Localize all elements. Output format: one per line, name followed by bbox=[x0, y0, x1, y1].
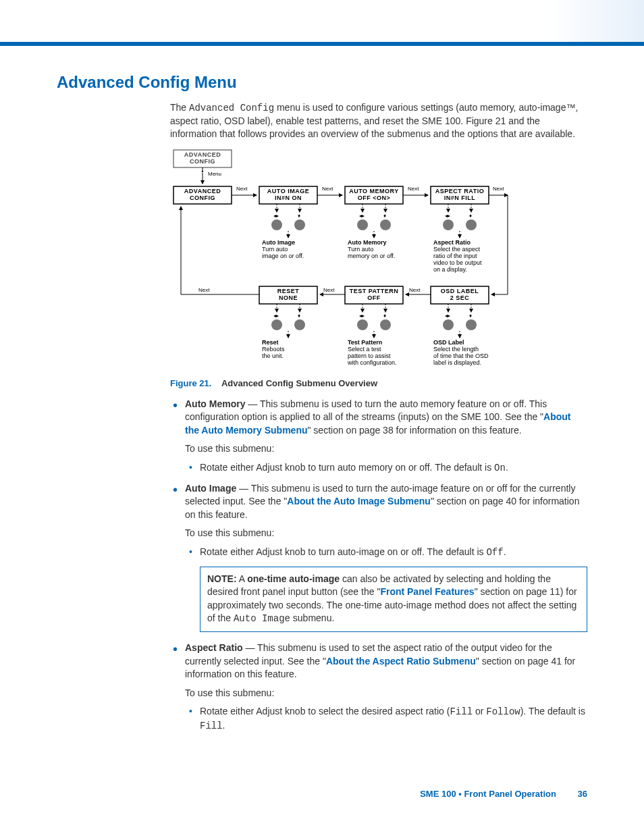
svg-text:of time that the OSD: of time that the OSD bbox=[433, 353, 489, 359]
root-l2: CONFIG bbox=[190, 158, 215, 165]
menu-label: Menu bbox=[208, 171, 221, 177]
svg-point-78 bbox=[271, 319, 282, 330]
page-content: Advanced Config Menu The Advanced Config… bbox=[0, 73, 644, 767]
svg-text:OFF: OFF bbox=[367, 294, 381, 301]
svg-text:ADVANCED: ADVANCED bbox=[184, 188, 221, 194]
svg-text:OSD Label: OSD Label bbox=[433, 339, 464, 346]
bullet-aspect-ratio: Aspect Ratio — This submenu is used to s… bbox=[185, 642, 587, 733]
svg-text:IN#N    ON: IN#N ON bbox=[275, 194, 302, 201]
svg-text:on a display.: on a display. bbox=[433, 266, 467, 273]
svg-text:IN#N    FILL: IN#N FILL bbox=[444, 194, 476, 201]
svg-text:◂▸: ◂▸ bbox=[445, 213, 450, 219]
svg-text:Next: Next bbox=[236, 186, 248, 192]
note-label: NOTE: bbox=[207, 573, 237, 584]
link-aspect-ratio-submenu[interactable]: About the Aspect Ratio Submenu bbox=[326, 656, 476, 667]
aspect-sub-bullet: Rotate either Adjust knob to select the … bbox=[200, 705, 587, 733]
svg-text:◂▸: ◂▸ bbox=[359, 313, 365, 319]
svg-point-39 bbox=[380, 219, 391, 230]
row1-knobs: ◂▸ ♦ Auto Image Turn auto image on or of… bbox=[262, 204, 482, 273]
svg-text:RESET: RESET bbox=[277, 288, 300, 294]
svg-point-38 bbox=[357, 219, 368, 230]
note-box: NOTE: A one-time auto-image can also be … bbox=[200, 567, 587, 632]
svg-point-99 bbox=[443, 319, 454, 330]
svg-text:with configuration.: with configuration. bbox=[347, 359, 397, 366]
svg-text:OFF   <ON>: OFF <ON> bbox=[358, 194, 391, 201]
section-heading: Advanced Config Menu bbox=[57, 73, 587, 92]
svg-text:image on or off.: image on or off. bbox=[262, 253, 304, 259]
svg-text:◂▸: ◂▸ bbox=[273, 313, 279, 319]
svg-text:Test Pattern: Test Pattern bbox=[348, 339, 382, 346]
svg-text:video to be output: video to be output bbox=[433, 259, 482, 266]
svg-text:Turn auto: Turn auto bbox=[262, 246, 288, 253]
svg-text:OSD  LABEL: OSD LABEL bbox=[441, 288, 479, 294]
footer-page-number: 36 bbox=[578, 789, 587, 799]
svg-text:Next: Next bbox=[323, 287, 335, 293]
autoimg-use: To use this submenu: bbox=[185, 527, 587, 540]
svg-text:ratio of the input: ratio of the input bbox=[433, 253, 477, 259]
svg-point-100 bbox=[466, 319, 477, 330]
svg-text:AUTO  MEMORY: AUTO MEMORY bbox=[349, 188, 399, 194]
svg-text:2 SEC: 2 SEC bbox=[450, 294, 470, 301]
svg-text:CONFIG: CONFIG bbox=[190, 194, 215, 201]
svg-text:the unit.: the unit. bbox=[262, 353, 284, 359]
bullet-auto-image: Auto Image — This submenu is used to tur… bbox=[185, 482, 587, 632]
svg-text:Next: Next bbox=[322, 186, 333, 192]
automem-sub-bullet: Rotate either Adjust knob to turn auto m… bbox=[200, 461, 587, 475]
svg-text:Auto Memory: Auto Memory bbox=[348, 239, 387, 246]
row1-boxes: ADVANCED CONFIG Next AUTO IMAGE IN#N ON … bbox=[173, 186, 508, 204]
svg-text:◂▸: ◂▸ bbox=[445, 313, 450, 319]
figure-caption: Figure 21. Advanced Config Submenu Overv… bbox=[170, 378, 587, 388]
row2-knobs: ◂▸ ♦ Reset Reboots the unit. ◂▸ ♦ Test P… bbox=[262, 304, 489, 366]
automem-use: To use this submenu: bbox=[185, 442, 587, 456]
intro-pre: The bbox=[170, 102, 189, 113]
figure-title: Advanced Config Submenu Overview bbox=[221, 378, 377, 388]
svg-text:Select a test: Select a test bbox=[348, 346, 381, 353]
svg-point-28 bbox=[271, 219, 282, 230]
svg-text:♦: ♦ bbox=[383, 313, 386, 319]
svg-text:Reset: Reset bbox=[262, 339, 279, 346]
root-l1: ADVANCED bbox=[184, 151, 221, 158]
svg-text:Reboots: Reboots bbox=[262, 346, 285, 353]
svg-text:Next: Next bbox=[408, 186, 419, 192]
autoimg-sub-bullet: Rotate either Adjust knob to turn auto-i… bbox=[200, 546, 587, 560]
link-front-panel-features[interactable]: Front Panel Features bbox=[380, 586, 474, 597]
top-accent-bar bbox=[0, 0, 644, 46]
svg-text:ASPECT  RATIO: ASPECT RATIO bbox=[435, 188, 484, 194]
svg-point-89 bbox=[380, 319, 391, 330]
svg-text:◂▸: ◂▸ bbox=[359, 213, 365, 219]
svg-text:♦: ♦ bbox=[469, 213, 472, 219]
svg-text:NONE: NONE bbox=[279, 294, 298, 301]
svg-text:♦: ♦ bbox=[298, 313, 300, 319]
svg-text:Next: Next bbox=[198, 287, 210, 293]
svg-text:♦: ♦ bbox=[383, 213, 386, 219]
svg-point-29 bbox=[294, 219, 305, 230]
svg-text:pattern to assist: pattern to assist bbox=[348, 353, 391, 359]
svg-text:◂▸: ◂▸ bbox=[273, 213, 279, 219]
link-auto-image-submenu[interactable]: About the Auto Image Submenu bbox=[287, 496, 431, 506]
svg-text:Next: Next bbox=[493, 186, 504, 192]
svg-text:TEST  PATTERN: TEST PATTERN bbox=[350, 288, 399, 294]
svg-point-2 bbox=[202, 170, 203, 172]
svg-text:♦: ♦ bbox=[469, 313, 472, 319]
figure-diagram: ADVANCED CONFIG Menu ADVANCED CONFIG Nex… bbox=[170, 149, 587, 371]
bullet-list: Auto Memory — This submenu is used to tu… bbox=[170, 398, 587, 733]
autoimg-lead: Auto Image bbox=[185, 483, 236, 494]
svg-text:label is displayed.: label is displayed. bbox=[433, 359, 481, 366]
aspect-use: To use this submenu: bbox=[185, 687, 587, 700]
automem-lead: Auto Memory bbox=[185, 398, 245, 409]
aspect-lead: Aspect Ratio bbox=[185, 642, 243, 653]
svg-text:♦: ♦ bbox=[298, 213, 300, 219]
svg-point-79 bbox=[294, 319, 305, 330]
figure-number: Figure 21. bbox=[170, 378, 211, 388]
svg-text:Select the aspect: Select the aspect bbox=[433, 246, 481, 253]
page-footer: SME 100 • Front Panel Operation 36 bbox=[0, 767, 644, 826]
svg-text:AUTO  IMAGE: AUTO IMAGE bbox=[267, 188, 309, 194]
footer-title: SME 100 • Front Panel Operation bbox=[420, 789, 556, 799]
svg-text:Aspect Ratio: Aspect Ratio bbox=[433, 239, 471, 246]
svg-text:memory on or off.: memory on or off. bbox=[348, 253, 395, 259]
intro-mono: Advanced Config bbox=[189, 103, 274, 113]
svg-point-49 bbox=[466, 219, 477, 230]
svg-point-48 bbox=[443, 219, 454, 230]
svg-text:Turn auto: Turn auto bbox=[348, 246, 373, 253]
bullet-auto-memory: Auto Memory — This submenu is used to tu… bbox=[185, 398, 587, 475]
